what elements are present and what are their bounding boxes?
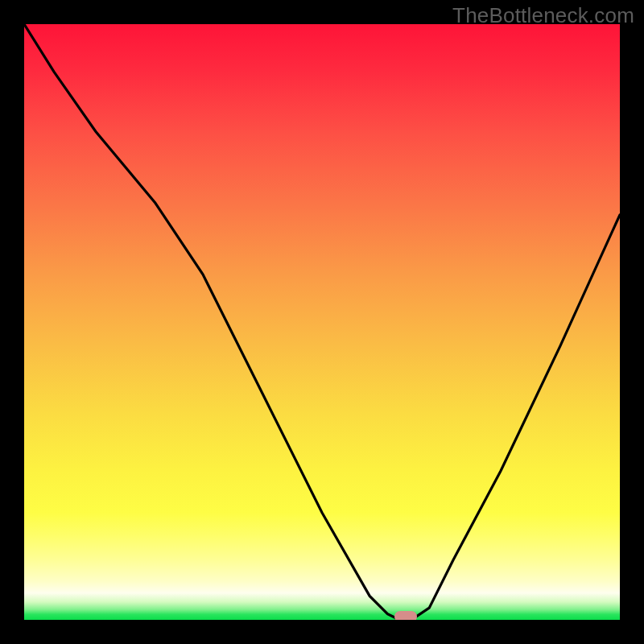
chart-frame: TheBottleneck.com [0,0,644,644]
watermark-text: TheBottleneck.com [452,3,634,28]
curve-svg [24,24,620,620]
bottleneck-curve [24,24,620,620]
plot-area [24,24,620,620]
optimal-marker [394,611,417,620]
